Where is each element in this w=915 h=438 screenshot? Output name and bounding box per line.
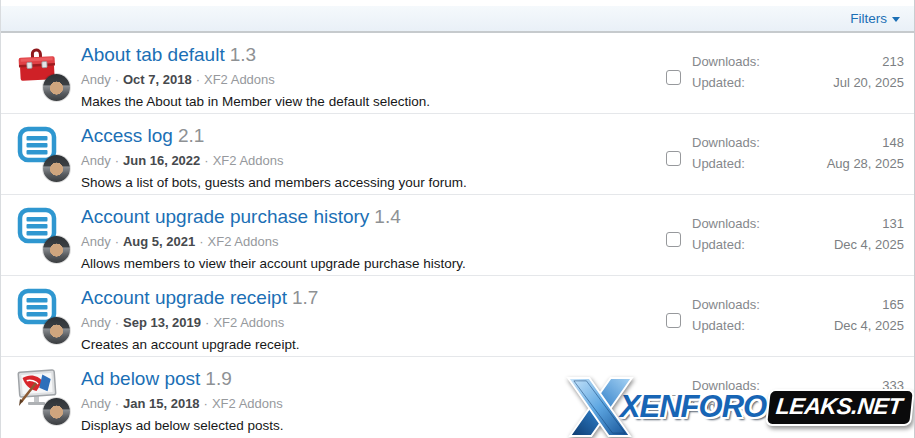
resource-stats: Downloads:131 Updated:Dec 4, 2025	[692, 204, 904, 275]
updated-value: Jul 20, 2025	[833, 72, 904, 93]
resource-icon-link[interactable]	[15, 123, 71, 194]
avatar[interactable]	[43, 74, 70, 101]
select-resource-checkbox[interactable]	[666, 70, 681, 85]
downloads-label: Downloads:	[692, 132, 760, 153]
meta-separator: ·	[199, 234, 203, 249]
resource-row: About tab default1.3 Andy·Oct 7, 2018·XF…	[1, 33, 914, 114]
resource-title-link[interactable]: About tab default	[81, 44, 225, 65]
meta-separator: ·	[204, 153, 208, 168]
downloads-value: 213	[882, 51, 904, 72]
meta-separator: ·	[115, 72, 119, 87]
avatar[interactable]	[43, 398, 70, 425]
resource-date: Jun 16, 2022	[123, 153, 200, 168]
updated-value: Dec 4, 2025	[834, 234, 904, 255]
watermark-suffix-badge: LEAKS.NET	[765, 389, 915, 426]
resource-row: Account upgrade purchase history1.4 Andy…	[1, 195, 914, 276]
resource-row: Account upgrade receipt1.7 Andy·Sep 13, …	[1, 276, 914, 357]
updated-label: Updated:	[692, 72, 745, 93]
resource-version: 1.9	[205, 368, 231, 389]
meta-separator: ·	[115, 234, 119, 249]
select-resource-checkbox[interactable]	[666, 232, 681, 247]
xenforoleaks-watermark: XENFORO LEAKS.NET	[564, 377, 913, 437]
resource-icon-link[interactable]	[15, 204, 71, 275]
updated-value: Aug 28, 2025	[827, 153, 904, 174]
resource-title-link[interactable]: Access log	[81, 125, 173, 146]
updated-value: Dec 4, 2025	[834, 315, 904, 336]
resource-title-link[interactable]: Ad below post	[81, 368, 200, 389]
meta-separator: ·	[205, 315, 209, 330]
resource-icon-link[interactable]	[15, 366, 71, 438]
downloads-label: Downloads:	[692, 213, 760, 234]
updated-label: Updated:	[692, 234, 745, 255]
meta-separator: ·	[115, 315, 119, 330]
resource-title-link[interactable]: Account upgrade purchase history	[81, 206, 369, 227]
meta-separator: ·	[204, 396, 208, 411]
resource-meta: Andy·Aug 5, 2021·XF2 Addons	[81, 232, 654, 251]
updated-label: Updated:	[692, 153, 745, 174]
author-link[interactable]: Andy	[81, 153, 111, 168]
select-resource-checkbox[interactable]	[666, 151, 681, 166]
meta-separator: ·	[196, 72, 200, 87]
xenforoleaks-logo-icon	[564, 377, 636, 437]
downloads-value: 165	[882, 294, 904, 315]
resource-stats: Downloads:165 Updated:Dec 4, 2025	[692, 285, 904, 356]
resource-title-link[interactable]: Account upgrade receipt	[81, 287, 287, 308]
category-link[interactable]: XF2 Addons	[212, 396, 283, 411]
resource-meta: Andy·Oct 7, 2018·XF2 Addons	[81, 70, 654, 89]
resource-version: 1.7	[292, 287, 318, 308]
category-link[interactable]: XF2 Addons	[213, 153, 284, 168]
chevron-down-icon	[892, 17, 900, 22]
avatar[interactable]	[43, 317, 70, 344]
resource-meta: Andy·Sep 13, 2019·XF2 Addons	[81, 313, 654, 332]
resource-date: Aug 5, 2021	[123, 234, 195, 249]
avatar[interactable]	[43, 155, 70, 182]
resource-version: 1.4	[374, 206, 400, 227]
resource-description: Makes the About tab in Member view the d…	[81, 92, 654, 111]
resource-description: Creates an account upgrade receipt.	[81, 335, 654, 354]
resource-date: Sep 13, 2019	[123, 315, 201, 330]
filters-label: Filters	[850, 11, 887, 26]
resource-version: 1.3	[230, 44, 256, 65]
resource-description: Shows a list of bots, guests and members…	[81, 173, 654, 192]
resource-date: Jan 15, 2018	[123, 396, 200, 411]
category-link[interactable]: XF2 Addons	[208, 234, 279, 249]
downloads-label: Downloads:	[692, 51, 760, 72]
resource-meta: Andy·Jun 16, 2022·XF2 Addons	[81, 151, 654, 170]
select-resource-checkbox[interactable]	[666, 313, 681, 328]
resource-version: 2.1	[178, 125, 204, 146]
author-link[interactable]: Andy	[81, 396, 111, 411]
author-link[interactable]: Andy	[81, 72, 111, 87]
resource-description: Allows members to view their account upg…	[81, 254, 654, 273]
watermark-brand-text: XENFORO	[620, 389, 766, 425]
downloads-label: Downloads:	[692, 294, 760, 315]
avatar[interactable]	[43, 236, 70, 263]
downloads-value: 131	[882, 213, 904, 234]
category-link[interactable]: XF2 Addons	[204, 72, 275, 87]
resource-icon-link[interactable]	[15, 285, 71, 356]
author-link[interactable]: Andy	[81, 315, 111, 330]
resource-icon-link[interactable]	[15, 42, 71, 113]
resource-stats: Downloads:213 Updated:Jul 20, 2025	[692, 42, 904, 113]
resource-date: Oct 7, 2018	[123, 72, 192, 87]
filters-menu-button[interactable]: Filters	[850, 11, 900, 26]
category-link[interactable]: XF2 Addons	[213, 315, 284, 330]
resource-stats: Downloads:148 Updated:Aug 28, 2025	[692, 123, 904, 194]
filter-bar: Filters	[1, 6, 914, 33]
author-link[interactable]: Andy	[81, 234, 111, 249]
downloads-value: 148	[882, 132, 904, 153]
meta-separator: ·	[115, 153, 119, 168]
resource-row: Access log2.1 Andy·Jun 16, 2022·XF2 Addo…	[1, 114, 914, 195]
meta-separator: ·	[115, 396, 119, 411]
updated-label: Updated:	[692, 315, 745, 336]
